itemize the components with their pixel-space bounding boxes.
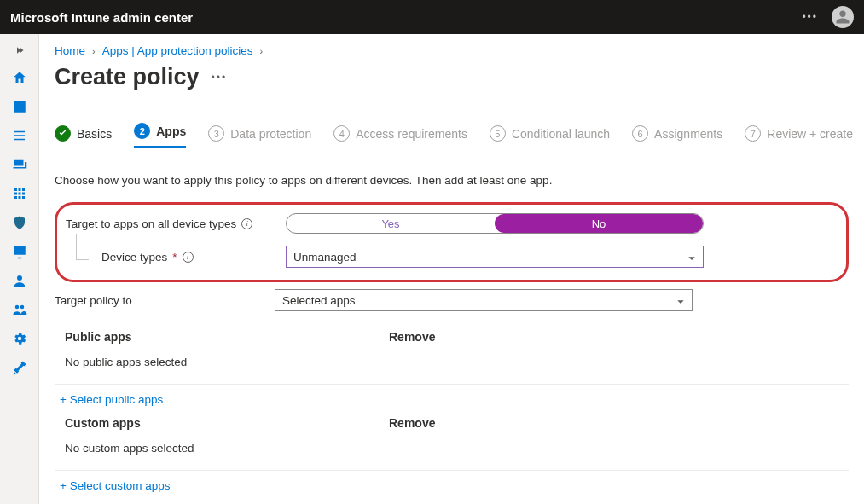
step-number: 6 (632, 125, 648, 142)
step-apps[interactable]: 2 Apps (134, 123, 186, 144)
required-asterisk: * (172, 251, 177, 264)
step-label: Apps (156, 125, 186, 138)
nav-rail (0, 34, 39, 504)
step-label: Basics (77, 127, 112, 141)
nav-home-icon[interactable] (0, 65, 39, 90)
nav-groups-icon[interactable] (0, 297, 39, 322)
target-policy-dropdown[interactable]: Selected apps (275, 289, 693, 311)
custom-apps-empty: No custom apps selected (55, 437, 849, 471)
remove-header: Remove (389, 330, 838, 344)
step-number: 2 (134, 123, 150, 139)
dropdown-value: Selected apps (282, 294, 356, 307)
step-number: 7 (745, 125, 761, 142)
step-basics[interactable]: Basics (55, 125, 112, 142)
custom-apps-header-row: Custom apps Remove (55, 409, 849, 437)
wizard-steps: Basics 2 Apps 3 Data protection 4 Access… (55, 123, 849, 148)
nav-devices-icon[interactable] (0, 152, 39, 177)
nav-apps-icon[interactable] (0, 181, 39, 206)
field-label: Target policy to (55, 294, 132, 307)
step-access-requirements[interactable]: 4 Access requirements (333, 125, 467, 142)
target-all-toggle[interactable]: Yes No (286, 213, 704, 234)
nav-all-services-icon[interactable] (0, 123, 39, 148)
toggle-no[interactable]: No (495, 214, 703, 233)
info-icon[interactable]: i (241, 218, 252, 229)
chevron-right-icon: › (92, 46, 96, 56)
breadcrumb-home[interactable]: Home (55, 44, 85, 57)
public-apps-header: Public apps (65, 330, 389, 344)
chevron-down-icon (676, 296, 685, 304)
main-content: Home › Apps | App protection policies › … (39, 34, 864, 504)
nav-tenant-admin-icon[interactable] (0, 326, 39, 351)
step-review-create[interactable]: 7 Review + create (745, 125, 853, 142)
step-assignments[interactable]: 6 Assignments (632, 125, 722, 142)
public-apps-header-row: Public apps Remove (55, 323, 849, 350)
step-label: Conditional launch (512, 127, 610, 141)
nav-troubleshoot-icon[interactable] (0, 355, 39, 380)
topbar: Microsoft Intune admin center ••• (0, 0, 864, 34)
page-title: Create policy (55, 64, 200, 90)
field-target-all-device-types: Target to apps on all device types i Yes… (66, 213, 834, 234)
nav-users-icon[interactable] (0, 268, 39, 293)
step-data-protection[interactable]: 3 Data protection (208, 125, 311, 142)
page-more-icon[interactable]: ••• (212, 72, 228, 84)
step-number: 4 (333, 125, 350, 142)
device-types-dropdown[interactable]: Unmanaged (286, 246, 704, 268)
check-icon (55, 125, 71, 142)
select-public-apps-link[interactable]: + Select public apps (55, 385, 173, 409)
step-number: 3 (208, 125, 224, 142)
chevron-right-icon: › (260, 46, 264, 56)
step-label: Review + create (767, 127, 853, 141)
nav-endpoint-security-icon[interactable] (0, 210, 39, 235)
info-icon[interactable]: i (183, 252, 194, 263)
remove-header: Remove (389, 416, 838, 430)
nav-reports-icon[interactable] (0, 239, 39, 264)
more-icon[interactable]: ••• (802, 11, 818, 23)
field-target-policy-to: Target policy to Selected apps (55, 289, 849, 311)
step-label: Access requirements (356, 127, 467, 141)
breadcrumb-apps[interactable]: Apps | App protection policies (102, 44, 253, 57)
custom-apps-header: Custom apps (65, 416, 389, 430)
public-apps-empty: No public apps selected (55, 350, 849, 385)
nav-dashboard-icon[interactable] (0, 94, 39, 119)
field-label: Target to apps on all device types (66, 217, 236, 230)
chevron-down-icon (687, 252, 696, 261)
highlighted-settings: Target to apps on all device types i Yes… (55, 202, 849, 282)
step-label: Data protection (230, 127, 311, 141)
select-custom-apps-link[interactable]: + Select custom apps (55, 471, 180, 495)
step-number: 5 (490, 125, 506, 142)
step-conditional-launch[interactable]: 5 Conditional launch (490, 125, 610, 142)
app-title: Microsoft Intune admin center (10, 10, 193, 25)
step-label: Assignments (654, 127, 722, 141)
topbar-right: ••• (802, 6, 854, 28)
toggle-yes[interactable]: Yes (287, 214, 495, 233)
rail-expand-icon[interactable] (0, 39, 39, 61)
intro-text: Choose how you want to apply this policy… (55, 174, 849, 187)
dropdown-value: Unmanaged (293, 251, 357, 264)
field-label: Device types (101, 251, 167, 264)
field-device-types: Device types * i Unmanaged (66, 246, 834, 268)
avatar[interactable] (832, 6, 854, 28)
breadcrumb: Home › Apps | App protection policies › (55, 44, 849, 57)
